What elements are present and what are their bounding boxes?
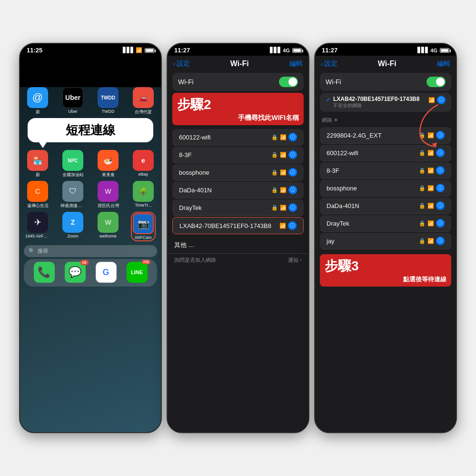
other-networks[interactable]: 其他 … — [168, 237, 308, 253]
phone2-edit-btn[interactable]: 編輯 — [289, 60, 303, 68]
twdd-icon: TWDD — [98, 87, 119, 108]
phone1-time: 11:25 — [27, 47, 42, 54]
app-shen[interactable]: 🛡 神盾測速照相 — [60, 181, 85, 209]
wifi-signal-icon: 📶 — [427, 185, 434, 191]
wifi-jay[interactable]: jay 🔒 📶 ⓘ — [320, 233, 451, 249]
app-uber[interactable]: Uber Uber — [60, 87, 85, 115]
connected-info-btn[interactable]: ⓘ — [437, 96, 446, 104]
phone3-time: 11:27 — [322, 47, 337, 54]
wifi-info-btn[interactable]: ⓘ — [436, 166, 445, 175]
battery-icon — [440, 48, 449, 53]
app-maishe[interactable]: 🍜 來美食 — [96, 150, 120, 178]
app-airforce[interactable]: ✈ 1945 AirForce — [25, 212, 50, 241]
ebay-icon: e — [133, 150, 154, 171]
wifi-signal-icon: 📶 — [427, 132, 434, 139]
phone1-app-grid: @ 新 Uber Uber TWDD TWDD 🚗 台灣代駕 — [20, 87, 161, 432]
app-ebay[interactable]: e eBay — [131, 150, 156, 178]
wifi-signal-icon: 📶 — [279, 223, 286, 229]
app-twdd[interactable]: TWDD TWDD — [96, 87, 120, 115]
wifi-draytek[interactable]: DrayTek 🔒 📶 ⓘ — [172, 199, 304, 216]
phone2-back-btn[interactable]: ‹ 設定 — [173, 60, 190, 68]
phone3-wifi-toggle[interactable]: Wi-Fi — [320, 73, 451, 91]
wifi-info-btn[interactable]: ⓘ — [288, 203, 297, 212]
step3-label: 步驟3 — [325, 257, 446, 275]
phones-row: 11:25 ▋▋▋ 📶 步驟1 下載APP @ 新 — [10, 33, 466, 443]
phone1-dock: 📞 💬 18 G LINE 773 — [24, 259, 157, 287]
phone3-back-btn[interactable]: ‹ 設定 — [321, 60, 337, 68]
dock-google[interactable]: G — [94, 262, 119, 284]
lock-icon: 🔒 — [419, 168, 426, 174]
dock-line[interactable]: LINE 773 — [125, 262, 149, 284]
wifi-info-btn[interactable]: ⓘ — [288, 150, 297, 159]
wifi-info-btn[interactable]: ⓘ — [436, 184, 445, 192]
app-qu[interactable]: W 屈臣氏台灣 — [96, 181, 120, 209]
app-zoom[interactable]: Z Zoom — [60, 212, 85, 241]
lock-icon: 🔒 — [419, 150, 426, 156]
wifi-info-btn[interactable]: ⓘ — [436, 131, 445, 139]
uber-icon: Uber — [62, 87, 83, 108]
wifi-signal-icon: 📶 — [280, 169, 287, 176]
phone3: 11:27 ▋▋▋ 4G ‹ 設定 Wi-Fi 編輯 Wi-Fi — [314, 43, 457, 433]
step2-desc: 手機尋找此WIFI名稱 — [177, 114, 299, 122]
wifi-info-btn[interactable]: ⓘ — [436, 201, 445, 210]
zoom-icon: Z — [62, 212, 83, 233]
lock-icon: 🔒 — [419, 203, 426, 209]
wifi-lxab42[interactable]: LXAB42-70BE14571EF0-1743B8 📶 ⓘ — [172, 217, 304, 234]
dock-phone[interactable]: 📞 — [32, 262, 57, 284]
wifi-info-btn[interactable]: ⓘ — [436, 237, 445, 245]
app-carousell[interactable]: C 遠傳心生活 — [25, 181, 50, 209]
wifi-dada[interactable]: DaDa-401N 🔒 📶 ⓘ — [172, 182, 304, 198]
signal-icon: ▋▋▋ — [417, 47, 429, 53]
wifi-toggle-on[interactable] — [426, 77, 446, 87]
lock-icon: 🔒 — [271, 134, 278, 140]
app-row-1: @ 新 Uber Uber TWDD TWDD 🚗 台灣代駕 — [20, 87, 161, 115]
app-weihome[interactable]: W weihome — [96, 212, 120, 241]
taiwan-icon: 🚗 — [133, 87, 154, 108]
timetree-icon: 🌳 — [133, 181, 154, 202]
app-taiwan[interactable]: 🚗 台灣代駕 — [131, 87, 156, 115]
signal-icon: ▋▋▋ — [270, 47, 281, 53]
connected-network[interactable]: ✓ LXAB42-70BE14571EF0-1743B8 不安全的網路 📶 ⓘ — [320, 93, 451, 112]
app-timetree[interactable]: 🌳 TimeTr... — [131, 181, 156, 209]
wifi-bossphone[interactable]: bossphone 🔒 📶 ⓘ — [320, 180, 451, 197]
dock-messages[interactable]: 💬 18 — [63, 262, 88, 284]
connected-sub: 不安全的網路 — [333, 102, 419, 109]
wifi-draytek[interactable]: DrayTek 🔒 📶 ⓘ — [320, 215, 451, 232]
carousell-icon: C — [27, 181, 48, 202]
phone3-edit-btn[interactable]: 編輯 — [437, 60, 450, 68]
wifi-info-btn[interactable]: ⓘ — [288, 133, 297, 141]
app-mail[interactable]: @ 新 — [25, 87, 50, 115]
wifi-600122[interactable]: 600122-wifi 🔒 📶 ⓘ — [172, 129, 304, 146]
airforce-icon: ✈ — [27, 212, 48, 233]
wifi-info-btn[interactable]: ⓘ — [288, 168, 297, 177]
phone2-wifi-toggle[interactable]: Wi-Fi — [172, 73, 304, 91]
wifi-info-btn[interactable]: ⓘ — [436, 219, 445, 228]
app-npc[interactable]: NPC 全國加油站 — [60, 150, 85, 178]
app-shop[interactable]: 🏪 新 — [25, 150, 50, 178]
wifi-info-btn[interactable]: ⓘ — [288, 186, 297, 194]
phone3-status-icons: ▋▋▋ 4G — [417, 47, 449, 53]
wifi-toggle-on[interactable] — [279, 77, 298, 87]
wifi-bossphone[interactable]: bossphone 🔒 📶 ⓘ — [172, 164, 304, 181]
wifi-info-btn[interactable]: ⓘ — [436, 149, 445, 157]
search-icon: 🔍 — [29, 248, 35, 254]
phone1-search-bar[interactable]: 🔍 搜尋 — [24, 245, 157, 257]
lock-icon: 🔒 — [419, 238, 426, 244]
app-iwfcam[interactable]: 📷 iWFCam — [131, 212, 156, 241]
speech-bubble: 短程連線 — [28, 118, 153, 142]
wifi-2299804[interactable]: 2299804-2.4G_EXT 🔒 📶 ⓘ — [320, 127, 451, 144]
qu-icon: W — [98, 181, 119, 202]
wifi-8-3F[interactable]: 8-3F 🔒 📶 ⓘ — [172, 147, 304, 163]
network-type: 4G — [283, 48, 290, 53]
mail-icon: @ — [27, 87, 48, 108]
wifi-8-3F[interactable]: 8-3F 🔒 📶 ⓘ — [320, 162, 451, 179]
wifi-info-btn[interactable]: ⓘ — [288, 221, 297, 230]
connected-name: LXAB42-70BE14571EF0-1743B8 — [333, 96, 419, 102]
step2-banner: 步驟2 手機尋找此WIFI名稱 — [172, 93, 304, 125]
wifi-signal-icon: 📶 — [427, 220, 434, 227]
wifi-600122[interactable]: 600122-wifi 🔒 📶 ⓘ — [320, 145, 451, 161]
step3-desc: 點選後等待連線 — [325, 275, 446, 284]
lock-icon: 🔒 — [271, 205, 278, 211]
wifi-signal-icon: 📶 — [428, 97, 435, 103]
wifi-dada[interactable]: DaDa-401N 🔒 📶 ⓘ — [320, 198, 451, 214]
